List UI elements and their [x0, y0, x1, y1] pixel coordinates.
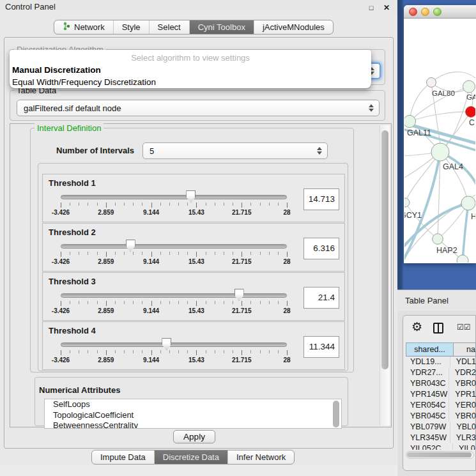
- numerical-attributes-list[interactable]: SelfLoopsTopologicalCoefficientBetweenne…: [44, 399, 342, 429]
- table-row[interactable]: YBR045CYBR0: [406, 411, 476, 422]
- network-node-gal80[interactable]: [427, 78, 436, 88]
- apply-button[interactable]: Apply: [173, 430, 215, 443]
- bottom-tab-discretize-data[interactable]: Discretize Data: [155, 450, 228, 464]
- threshold-value-field[interactable]: 21.4: [303, 287, 339, 309]
- list-scrollbar-thumb[interactable]: [333, 401, 339, 427]
- threshold-slider[interactable]: -3.4262.8599.14415.4321.71528: [61, 243, 287, 268]
- cell-shared-name[interactable]: YDR27...: [406, 367, 449, 378]
- threshold-value-field[interactable]: 14.713: [303, 188, 339, 210]
- network-canvas[interactable]: GAL80GACGAL11GAL4GCY1HHAP2: [404, 19, 475, 263]
- network-node-h[interactable]: [461, 196, 475, 210]
- footer-strip: [0, 465, 397, 476]
- network-node-ga[interactable]: [463, 81, 475, 93]
- tab-jactivemnodules[interactable]: jActiveMNodules: [254, 20, 333, 34]
- select-columns-icon[interactable]: ☑☑: [457, 323, 471, 332]
- column-header-name[interactable]: na: [454, 343, 475, 356]
- table-row[interactable]: YBR043CYBR0: [406, 378, 476, 389]
- minimize-traffic-light[interactable]: [421, 8, 429, 16]
- threshold-title: Threshold 2: [49, 227, 96, 237]
- table-row[interactable]: YBL079WYBL0: [406, 422, 476, 433]
- network-edge-highlighted[interactable]: [404, 152, 440, 263]
- bottom-tab-infer-network[interactable]: Infer Network: [228, 450, 294, 464]
- slider-thumb[interactable]: [126, 240, 135, 252]
- number-of-intervals-combobox[interactable]: 5: [142, 142, 328, 159]
- attribute-list-item[interactable]: TopologicalCoefficient: [45, 410, 341, 421]
- network-node-hap2[interactable]: [433, 234, 443, 245]
- cell-name[interactable]: YER0: [449, 400, 476, 411]
- tick-mark: [151, 350, 152, 355]
- table-row[interactable]: YIL052CYIL0: [406, 443, 476, 450]
- threshold-slider[interactable]: -3.4262.8599.14415.4321.71528: [61, 341, 287, 367]
- slider-track[interactable]: [61, 244, 287, 249]
- network-node-gcy1[interactable]: [404, 198, 410, 207]
- table-row[interactable]: YDR27...YDR2: [406, 367, 476, 378]
- close-traffic-light[interactable]: [409, 8, 417, 16]
- bottom-tab-impute-data[interactable]: Impute Data: [92, 450, 155, 464]
- zoom-traffic-light[interactable]: [433, 8, 441, 16]
- cell-shared-name[interactable]: YBR043C: [406, 378, 449, 389]
- table-row[interactable]: YER054CYER0: [406, 400, 476, 411]
- column-header-shared-name[interactable]: shared...: [406, 343, 454, 356]
- attribute-list-item[interactable]: BetweennessCentrality: [45, 420, 341, 429]
- tab-select[interactable]: Select: [150, 20, 190, 34]
- tick-label: 28: [283, 307, 290, 314]
- threshold-slider[interactable]: -3.4262.8599.14415.4321.71528: [61, 292, 287, 318]
- threshold-slider[interactable]: -3.4262.8599.14415.4321.71528: [61, 194, 287, 219]
- threshold-value-field[interactable]: 6.316: [303, 238, 339, 259]
- table-row[interactable]: YLR345WYLR3: [406, 433, 476, 443]
- network-edge[interactable]: [410, 82, 431, 121]
- table-panel-title: Table Panel: [405, 296, 449, 305]
- network-node-c[interactable]: [466, 107, 475, 118]
- cell-name[interactable]: YBR0: [449, 411, 476, 422]
- cell-name[interactable]: YIL0: [453, 443, 476, 450]
- node-label: GAL4: [443, 162, 463, 171]
- slider-thumb[interactable]: [234, 289, 244, 301]
- cell-shared-name[interactable]: YPR145W: [406, 389, 449, 400]
- cell-name[interactable]: YBR0: [449, 378, 476, 389]
- network-edge-highlighted[interactable]: [463, 203, 468, 261]
- vertical-scrollbar-thumb[interactable]: [381, 130, 388, 369]
- table-row[interactable]: YDL19...YDL1: [406, 357, 476, 367]
- slider-track[interactable]: [61, 293, 287, 298]
- cell-name[interactable]: YBL0: [450, 422, 476, 433]
- tab-style[interactable]: Style: [114, 20, 150, 34]
- tab-cyni-toolbox[interactable]: Cyni Toolbox: [190, 20, 254, 34]
- cell-shared-name[interactable]: YLR345W: [406, 433, 450, 443]
- network-window-titlebar[interactable]: [404, 5, 476, 19]
- cell-name[interactable]: YPR1: [449, 389, 476, 400]
- horizontal-scrollbar[interactable]: [406, 451, 474, 459]
- float-window-icon[interactable]: □: [366, 3, 376, 13]
- slider-thumb[interactable]: [162, 338, 171, 350]
- tick-label: 28: [283, 258, 290, 265]
- table-row[interactable]: YPR145WYPR1: [406, 389, 476, 400]
- vertical-scrollbar[interactable]: [380, 125, 390, 426]
- close-icon[interactable]: ✕: [381, 3, 392, 13]
- network-node-gal4[interactable]: [431, 143, 449, 161]
- cell-name[interactable]: YDL1: [450, 357, 476, 367]
- tab-network[interactable]: Network: [54, 20, 114, 34]
- attribute-list-item[interactable]: SelfLoops: [45, 399, 341, 410]
- cell-name[interactable]: YDR2: [449, 367, 476, 378]
- cell-shared-name[interactable]: YBL079W: [406, 422, 450, 433]
- slider-track[interactable]: [61, 342, 287, 347]
- tick-mark: [115, 203, 116, 206]
- network-view-window[interactable]: GAL80GACGAL11GAL4GCY1HHAP2: [404, 5, 476, 263]
- table-data-combobox[interactable]: galFiltered.sif default node: [17, 100, 380, 116]
- slider-track[interactable]: [61, 195, 287, 199]
- cell-shared-name[interactable]: YER054C: [406, 400, 449, 411]
- cell-shared-name[interactable]: YBR045C: [406, 411, 449, 422]
- cell-name[interactable]: YLR3: [450, 433, 476, 443]
- network-node-unlabeled[interactable]: [457, 255, 468, 263]
- network-node-gal11[interactable]: [404, 115, 416, 127]
- settings-gear-icon[interactable]: ⚙: [411, 319, 422, 334]
- tick-mark: [97, 350, 98, 353]
- cell-shared-name[interactable]: YDL19...: [406, 357, 450, 367]
- cell-shared-name[interactable]: YIL052C: [406, 443, 453, 450]
- tick-mark: [142, 301, 142, 304]
- algorithm-option[interactable]: Equal Width/Frequency Discretization: [10, 76, 371, 88]
- algorithm-option[interactable]: Manual Discretization: [10, 64, 371, 76]
- slider-thumb[interactable]: [186, 190, 196, 203]
- horizontal-scrollbar-thumb[interactable]: [407, 452, 472, 457]
- split-columns-icon[interactable]: [433, 323, 443, 334]
- threshold-value-field[interactable]: 11.344: [303, 336, 339, 358]
